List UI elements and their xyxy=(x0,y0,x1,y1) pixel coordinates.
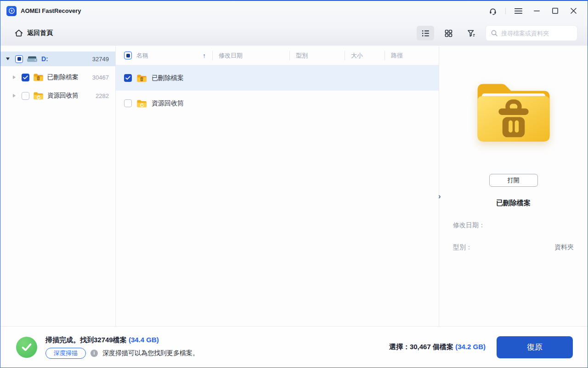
selection-count-label: 選擇：30,467 個檔案 xyxy=(389,343,453,351)
app-logo-icon xyxy=(6,6,17,16)
recover-button[interactable]: 復原 xyxy=(497,336,573,358)
header-name-column[interactable]: 名稱 ↑ xyxy=(116,46,212,65)
column-label: 修改日期 xyxy=(219,52,243,60)
minimize-button[interactable] xyxy=(529,4,544,18)
header-modified-column[interactable]: 修改日期 xyxy=(212,46,289,65)
statusbar: 掃描完成。找到32749檔案 (34.4 GB) 深度掃描 i 深度掃描可以為您… xyxy=(0,326,588,368)
modified-date-label: 修改日期： xyxy=(453,221,485,230)
file-list: 名稱 ↑ 修改日期 型別 大小 路徑 xyxy=(116,46,439,326)
list-view-button[interactable] xyxy=(417,26,434,40)
sidebar-tree: D: 32749 xyxy=(0,46,116,326)
scan-result-text: 掃描完成。找到32749檔案 (34.4 GB) xyxy=(45,336,199,345)
folder-recycle-icon xyxy=(136,99,147,108)
filter-button[interactable] xyxy=(463,26,480,40)
menu-button[interactable] xyxy=(510,4,526,18)
titlebar: AOMEI FastRecovery xyxy=(0,1,588,21)
maximize-icon xyxy=(552,8,558,14)
row-name: 已刪除檔案 xyxy=(152,74,184,82)
header-size-column[interactable]: 大小 xyxy=(345,46,384,65)
select-all-checkbox[interactable] xyxy=(124,52,132,59)
header-type-column[interactable]: 型別 xyxy=(289,46,345,65)
scan-result-label: 掃描完成。找到32749檔案 xyxy=(45,336,127,344)
header-path-column[interactable]: 路徑 xyxy=(384,46,439,65)
column-label: 大小 xyxy=(351,52,363,60)
grid-view-button[interactable] xyxy=(440,26,457,40)
selection-size: (34.2 GB) xyxy=(455,343,486,351)
expand-collapse-icon[interactable] xyxy=(11,75,18,79)
titlebar-controls xyxy=(485,4,581,18)
info-icon: i xyxy=(90,350,98,357)
expand-collapse-icon[interactable] xyxy=(11,94,18,98)
topbar: AOMEI FastRecovery xyxy=(0,1,588,46)
close-icon xyxy=(571,8,577,14)
sidebar-item-count: 30467 xyxy=(92,74,109,81)
minimize-icon xyxy=(534,8,540,14)
expand-collapse-icon[interactable] xyxy=(4,58,11,60)
drive-checkbox[interactable] xyxy=(15,55,23,63)
panel-collapse-chevron-icon[interactable]: › xyxy=(438,191,445,202)
selected-item-name: 已刪除檔案 xyxy=(446,199,581,207)
row-checkbox[interactable] xyxy=(124,74,132,82)
open-button[interactable]: 打開 xyxy=(489,174,538,187)
modified-date-field: 修改日期： xyxy=(446,221,581,230)
folder-trash-icon xyxy=(33,73,44,82)
scan-info: 掃描完成。找到32749檔案 (34.4 GB) 深度掃描 i 深度掃描可以為您… xyxy=(45,336,199,359)
headset-icon xyxy=(489,7,497,15)
hamburger-menu-icon xyxy=(514,8,522,14)
drive-label: D: xyxy=(41,55,48,63)
recycle-bin-checkbox[interactable] xyxy=(22,92,29,100)
scan-complete-check-icon xyxy=(16,337,37,358)
type-value: 資料夾 xyxy=(554,243,574,252)
sidebar-item-recycle-bin[interactable]: 資源回收筒 2282 xyxy=(0,88,115,103)
content-area: D: 32749 xyxy=(0,46,588,326)
deleted-files-checkbox[interactable] xyxy=(22,74,29,81)
search-box xyxy=(486,25,577,41)
home-icon xyxy=(14,29,23,38)
folder-recycle-icon xyxy=(33,91,44,100)
grid-view-icon xyxy=(444,29,453,38)
drive-icon xyxy=(27,55,38,63)
back-home-button[interactable]: 返回首頁 xyxy=(14,29,53,38)
big-folder-trash-icon xyxy=(470,75,557,152)
toolbar: 返回首頁 xyxy=(0,21,588,46)
sidebar-item-deleted-files[interactable]: 已刪除檔案 30467 xyxy=(0,70,115,85)
titlebar-divider xyxy=(505,8,506,14)
selection-summary: 選擇：30,467 個檔案 (34.2 GB) xyxy=(389,343,486,351)
app-title: AOMEI FastRecovery xyxy=(21,7,81,14)
sidebar-item-count: 2282 xyxy=(96,92,109,99)
table-row[interactable]: 已刪除檔案 xyxy=(116,65,439,91)
sort-ascending-icon[interactable]: ↑ xyxy=(203,52,206,59)
deep-scan-button[interactable]: 深度掃描 xyxy=(45,348,86,359)
list-header: 名稱 ↑ 修改日期 型別 大小 路徑 xyxy=(116,46,439,65)
sidebar-item-label: 已刪除檔案 xyxy=(47,73,79,81)
deep-scan-hint: 深度掃描可以為您找到更多檔案。 xyxy=(102,349,199,357)
column-label: 路徑 xyxy=(391,52,403,60)
row-checkbox[interactable] xyxy=(124,99,132,107)
folder-trash-icon xyxy=(136,74,147,83)
search-icon xyxy=(491,29,498,37)
sidebar-item-drive-d[interactable]: D: 32749 xyxy=(0,52,115,66)
search-input[interactable] xyxy=(501,30,570,37)
details-panel: › 打開 已刪除檔案 修改日期： xyxy=(439,46,588,326)
drive-count: 32749 xyxy=(92,56,109,63)
back-home-label: 返回首頁 xyxy=(27,29,53,37)
column-label: 型別 xyxy=(296,52,308,60)
sidebar-item-label: 資源回收筒 xyxy=(47,92,79,100)
list-view-icon xyxy=(421,29,430,38)
close-button[interactable] xyxy=(565,4,581,18)
app-window: AOMEI FastRecovery xyxy=(0,0,588,368)
statusbar-right: 選擇：30,467 個檔案 (34.2 GB) 復原 xyxy=(389,336,573,358)
scan-result-size: (34.4 GB) xyxy=(129,336,159,344)
row-name: 資源回收筒 xyxy=(152,99,184,108)
toolbar-right xyxy=(417,25,577,41)
table-row[interactable]: 資源回收筒 xyxy=(116,91,439,116)
type-label: 型別： xyxy=(453,243,472,252)
support-headset-button[interactable] xyxy=(485,4,501,18)
filter-icon xyxy=(467,29,476,38)
maximize-button[interactable] xyxy=(547,4,563,18)
type-field: 型別： 資料夾 xyxy=(446,243,581,252)
column-label: 名稱 xyxy=(136,52,148,60)
